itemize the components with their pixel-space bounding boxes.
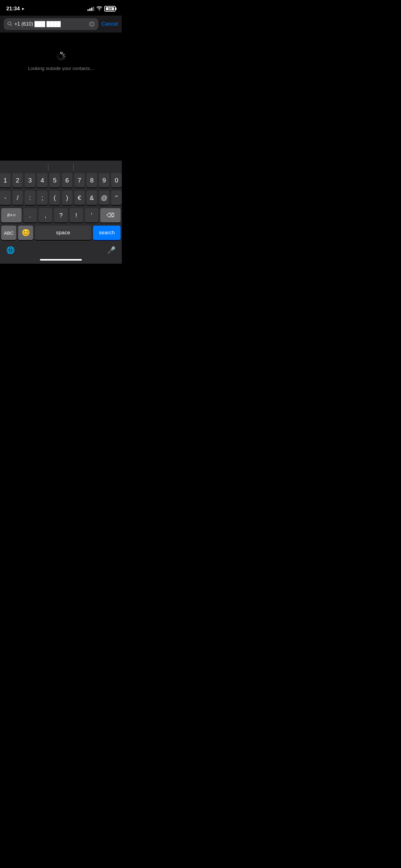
key-colon[interactable]: : <box>25 191 35 205</box>
keyboard-row-symbols: - / : ; ( ) € & @ " <box>0 191 122 205</box>
key-backspace[interactable]: ⌫ <box>100 208 121 222</box>
keyboard-row-bottom: ABC 😊 space search <box>0 226 122 240</box>
search-input[interactable]: +1 (610) ███ ████ <box>14 21 87 27</box>
time-display: 21:34 <box>6 6 20 12</box>
key-emoji[interactable]: 😊 <box>18 226 33 240</box>
keyboard: 1 2 3 4 5 6 7 8 9 0 - / : ; ( ) € & @ " … <box>0 161 122 264</box>
key-question[interactable]: ? <box>54 208 67 222</box>
key-open-paren[interactable]: ( <box>49 191 60 205</box>
signal-bars-icon <box>88 6 94 11</box>
key-apostrophe[interactable]: ' <box>85 208 98 222</box>
key-abc[interactable]: ABC <box>1 226 16 240</box>
key-comma[interactable]: , <box>39 208 52 222</box>
loading-message: Looking outside your contacts... <box>28 66 94 71</box>
status-bar: 21:34 ► 100 <box>0 0 122 16</box>
key-4[interactable]: 4 <box>37 173 48 187</box>
key-period[interactable]: . <box>24 208 37 222</box>
key-2[interactable]: 2 <box>12 173 23 187</box>
cancel-button[interactable]: Cancel <box>101 20 118 28</box>
key-close-paren[interactable]: ) <box>62 191 72 205</box>
status-time: 21:34 ► <box>6 6 25 12</box>
key-exclaim[interactable]: ! <box>70 208 83 222</box>
key-8[interactable]: 8 <box>87 173 97 187</box>
key-dash[interactable]: - <box>0 191 11 205</box>
search-bar[interactable]: +1 (610) ███ ████ × <box>4 18 98 30</box>
svg-line-4 <box>62 53 63 54</box>
status-right-icons: 100 <box>88 6 115 11</box>
home-indicator <box>40 259 82 260</box>
key-space[interactable]: space <box>35 226 91 240</box>
svg-line-5 <box>63 54 64 55</box>
location-arrow-icon: ► <box>21 6 25 11</box>
wifi-icon <box>97 6 102 11</box>
battery-icon: 100 <box>104 6 115 11</box>
key-1[interactable]: 1 <box>0 173 11 187</box>
svg-line-8 <box>62 58 63 60</box>
key-slash[interactable]: / <box>12 191 23 205</box>
loading-area: Looking outside your contacts... <box>0 32 122 71</box>
key-6[interactable]: 6 <box>62 173 72 187</box>
microphone-icon[interactable]: 🎤 <box>107 246 115 254</box>
search-key[interactable]: search <box>93 226 121 240</box>
keyboard-row-numbers: 1 2 3 4 5 6 7 8 9 0 <box>0 173 122 187</box>
keyboard-bottom-bar: 🌐 🎤 <box>0 243 122 264</box>
key-3[interactable]: 3 <box>25 173 35 187</box>
key-9[interactable]: 9 <box>99 173 110 187</box>
clear-search-button[interactable]: × <box>89 21 95 27</box>
svg-line-13 <box>58 54 59 56</box>
svg-line-14 <box>59 53 60 54</box>
loading-spinner <box>56 51 66 61</box>
svg-line-10 <box>59 58 60 60</box>
keyboard-row-mixed: #+= . , ? ! ' ⌫ <box>0 208 122 222</box>
key-0[interactable]: 0 <box>111 173 122 187</box>
key-semicolon[interactable]: ; <box>37 191 48 205</box>
search-container: +1 (610) ███ ████ × Cancel <box>0 16 122 32</box>
svg-line-7 <box>63 58 65 58</box>
key-at[interactable]: @ <box>99 191 110 205</box>
handle-line-left <box>48 164 48 171</box>
key-quote[interactable]: " <box>111 191 122 205</box>
key-5[interactable]: 5 <box>49 173 60 187</box>
globe-icon[interactable]: 🌐 <box>6 246 15 254</box>
key-ampersand[interactable]: & <box>87 191 97 205</box>
keyboard-handle-row <box>0 161 122 173</box>
main-content-area <box>0 71 122 158</box>
svg-line-11 <box>58 58 59 58</box>
key-7[interactable]: 7 <box>74 173 85 187</box>
handle-line-right <box>73 164 74 171</box>
svg-point-0 <box>99 9 100 10</box>
search-icon <box>7 22 12 27</box>
key-euro[interactable]: € <box>74 191 85 205</box>
svg-line-2 <box>11 25 11 26</box>
key-more-symbols[interactable]: #+= <box>1 208 22 222</box>
